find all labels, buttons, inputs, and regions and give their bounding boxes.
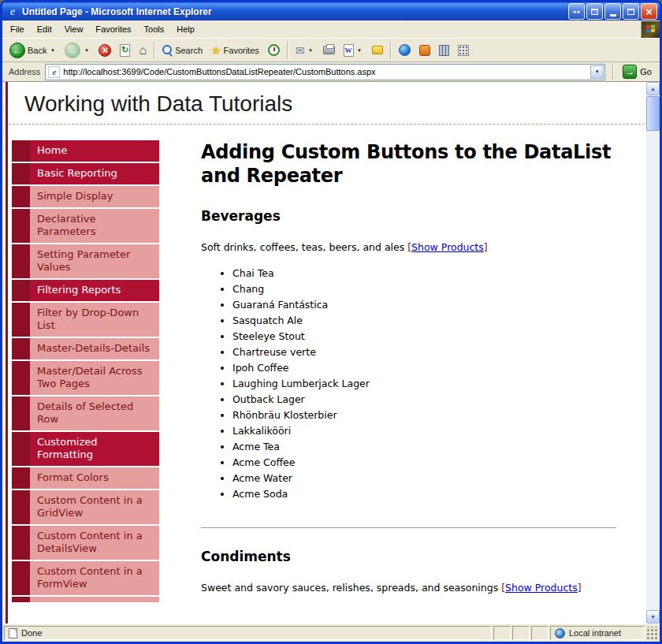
toolbar-extra-button-3[interactable] bbox=[454, 43, 473, 58]
resize-grip[interactable] bbox=[646, 627, 658, 640]
category-description: Soft drinks, coffees, teas, beers, and a… bbox=[201, 241, 404, 253]
nav-strip bbox=[12, 209, 30, 243]
print-button[interactable] bbox=[319, 43, 339, 57]
product-item: Steeleye Stout bbox=[232, 331, 616, 341]
web-page: Working with Data Tutorials Home Basic R… bbox=[2, 82, 646, 624]
nav-item-filter-by-dropdown-list[interactable]: Filter by Drop-Down List bbox=[12, 303, 159, 337]
product-item: Lakkalikööri bbox=[232, 426, 616, 436]
globe-icon bbox=[555, 628, 565, 638]
product-item: Guaraná Fantástica bbox=[232, 300, 616, 310]
go-button[interactable]: Go bbox=[621, 65, 656, 79]
maximize-button[interactable] bbox=[623, 3, 639, 20]
status-text: Done bbox=[21, 628, 42, 638]
nav-strip bbox=[12, 526, 30, 560]
nav-strip bbox=[12, 396, 30, 430]
nav-item-format-colors[interactable]: Format Colors bbox=[12, 467, 159, 489]
product-item: Acme Soda bbox=[232, 489, 616, 499]
status-panel-empty bbox=[531, 626, 549, 640]
nav-item-filtering-reports[interactable]: Filtering Reports bbox=[12, 280, 159, 301]
toolbar-extra-button-2[interactable] bbox=[435, 43, 453, 58]
product-item: Chartreuse verte bbox=[232, 347, 616, 357]
scroll-down-button[interactable] bbox=[646, 610, 660, 624]
nav-item-master-detail-across-two-pages[interactable]: Master/Detail Across Two Pages bbox=[12, 361, 159, 395]
menu-favorites[interactable]: Favorites bbox=[89, 21, 137, 37]
nav-item-custom-content-detailsview[interactable]: Custom Content in a DetailsView bbox=[12, 526, 159, 560]
nav-strip bbox=[12, 597, 30, 602]
mail-dropdown-chevron[interactable] bbox=[307, 48, 314, 53]
maximize-icon bbox=[627, 9, 634, 15]
nav-item-custom-content-formview[interactable]: Custom Content in a FormView bbox=[12, 561, 159, 595]
nav-strip bbox=[12, 280, 30, 301]
scrollbar-thumb[interactable] bbox=[646, 96, 660, 131]
favorites-button[interactable]: Favorites bbox=[207, 42, 263, 59]
favorites-star-icon bbox=[211, 44, 221, 57]
site-title: Working with Data Tutorials bbox=[9, 82, 645, 125]
nav-item-declarative-parameters[interactable]: Declarative Parameters bbox=[12, 209, 159, 243]
edit-dropdown-chevron[interactable] bbox=[356, 48, 363, 53]
title-extra-button-1[interactable] bbox=[568, 3, 585, 20]
product-item: Outback Lager bbox=[232, 394, 616, 404]
product-item: Ipoh Coffee bbox=[232, 363, 616, 373]
messenger-button[interactable] bbox=[395, 42, 415, 58]
stop-icon bbox=[99, 44, 111, 57]
product-item: Chai Tea bbox=[232, 268, 616, 278]
section-divider bbox=[201, 527, 616, 528]
menu-help[interactable]: Help bbox=[170, 21, 201, 37]
status-text-panel: Done bbox=[4, 626, 492, 640]
nav-item-details-of-selected-row[interactable]: Details of Selected Row bbox=[12, 396, 159, 430]
menu-file[interactable]: File bbox=[4, 21, 31, 37]
history-button[interactable] bbox=[264, 42, 284, 58]
address-url[interactable]: http://localhost:3699/Code/CustomButtons… bbox=[63, 67, 587, 76]
nav-item-cropped[interactable] bbox=[12, 597, 159, 602]
nav-item-customized-formatting[interactable]: Customized Formatting bbox=[12, 432, 159, 466]
security-zone-panel: Local intranet bbox=[550, 626, 645, 640]
windows-flag-throbber bbox=[641, 21, 660, 38]
stop-button[interactable] bbox=[95, 42, 115, 59]
search-label: Search bbox=[175, 46, 203, 55]
window-icon bbox=[591, 9, 598, 15]
nav-strip bbox=[12, 186, 30, 207]
toolbar-separator bbox=[154, 42, 155, 59]
go-arrow-icon bbox=[623, 65, 637, 79]
nav-item-home[interactable]: Home bbox=[12, 140, 159, 162]
refresh-button[interactable] bbox=[116, 42, 134, 59]
address-input[interactable]: e http://localhost:3699/Code/CustomButto… bbox=[45, 64, 605, 80]
product-item: Laughing Lumberjack Lager bbox=[232, 378, 616, 389]
nav-strip bbox=[12, 361, 30, 395]
back-button[interactable]: Back bbox=[6, 40, 60, 61]
page-heading: Adding Custom Buttons to the DataList an… bbox=[201, 140, 616, 188]
title-extra-button-2[interactable] bbox=[586, 3, 603, 20]
nav-item-custom-content-gridview[interactable]: Custom Content in a GridView bbox=[12, 490, 159, 524]
discuss-button[interactable] bbox=[368, 43, 387, 57]
address-dropdown-button[interactable] bbox=[590, 65, 604, 79]
edit-button[interactable]: W bbox=[340, 42, 367, 59]
forward-button[interactable] bbox=[61, 40, 94, 61]
nav-strip bbox=[12, 244, 30, 278]
edit-word-icon: W bbox=[344, 44, 354, 57]
menu-tools[interactable]: Tools bbox=[138, 21, 171, 37]
show-products-link-beverages[interactable]: Show Products bbox=[411, 241, 484, 253]
nav-item-basic-reporting[interactable]: Basic Reporting bbox=[12, 163, 159, 184]
nav-item-setting-parameter-values[interactable]: Setting Parameter Values bbox=[12, 244, 159, 278]
scrollbar-track[interactable] bbox=[646, 95, 660, 610]
show-products-link-condiments[interactable]: Show Products bbox=[505, 582, 578, 594]
mail-button[interactable] bbox=[292, 42, 318, 59]
close-button[interactable] bbox=[641, 3, 657, 20]
grid-icon bbox=[458, 45, 469, 56]
home-button[interactable] bbox=[135, 41, 151, 60]
search-icon bbox=[162, 45, 173, 55]
scroll-up-button[interactable] bbox=[646, 82, 660, 95]
menu-edit[interactable]: Edit bbox=[31, 21, 58, 37]
menu-view[interactable]: View bbox=[58, 21, 90, 37]
back-dropdown-chevron[interactable] bbox=[49, 48, 56, 53]
ie-logo-icon: e bbox=[6, 6, 19, 18]
toolbar-extra-button-1[interactable] bbox=[415, 43, 434, 58]
minimize-button[interactable] bbox=[604, 3, 621, 20]
nav-item-simple-display[interactable]: Simple Display bbox=[12, 186, 159, 207]
nav-item-master-details-details[interactable]: Master-Details-Details bbox=[12, 338, 159, 359]
page-favicon: e bbox=[48, 66, 60, 78]
search-button[interactable]: Search bbox=[158, 43, 206, 58]
browser-viewport: Working with Data Tutorials Home Basic R… bbox=[2, 82, 660, 624]
forward-dropdown-chevron[interactable] bbox=[83, 48, 90, 53]
section-title-beverages: Beverages bbox=[201, 208, 616, 224]
